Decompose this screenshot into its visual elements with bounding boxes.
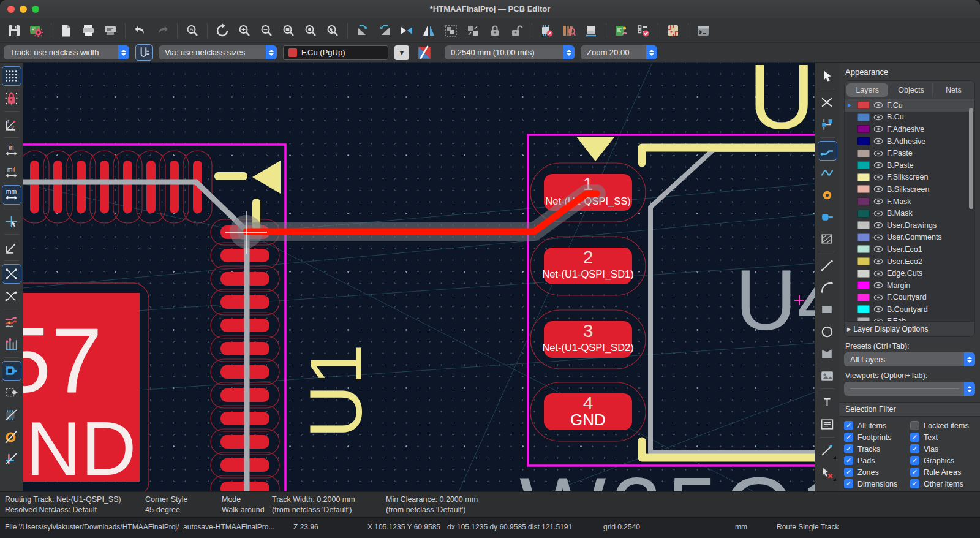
units-inches-button[interactable]: in bbox=[2, 141, 21, 161]
route-tracks-tool-button[interactable] bbox=[818, 141, 837, 161]
zoom-selection-button[interactable] bbox=[322, 21, 343, 40]
layer-row-f-courtyard[interactable]: F.Courtyard bbox=[845, 292, 974, 304]
ratsnest-visibility-button[interactable] bbox=[2, 238, 21, 257]
local-ratsnest-tool-button[interactable] bbox=[818, 115, 837, 134]
checkbox-checked[interactable]: ✓ bbox=[910, 468, 919, 477]
delete-tool-button[interactable] bbox=[818, 463, 837, 482]
footprint-outline-mode-button[interactable] bbox=[2, 405, 21, 425]
zoom-out-button[interactable] bbox=[256, 21, 277, 40]
ungroup-button[interactable] bbox=[462, 21, 483, 40]
checkbox-checked[interactable]: ✓ bbox=[844, 456, 853, 465]
layer-color-swatch[interactable] bbox=[858, 113, 870, 121]
layer-color-swatch[interactable] bbox=[858, 317, 870, 321]
add-image-tool-button[interactable] bbox=[818, 366, 837, 385]
undo-button[interactable] bbox=[130, 21, 151, 40]
checkbox-checked[interactable]: ✓ bbox=[910, 433, 919, 442]
group-button[interactable] bbox=[440, 21, 461, 40]
layer-pair-button[interactable] bbox=[415, 44, 434, 61]
u4-pads[interactable]: 1 2 3 4 Net-(U1-QSPI_SS) Net-(U1-QSPI_SD… bbox=[530, 163, 646, 441]
redo-button[interactable] bbox=[152, 21, 173, 40]
layer-color-swatch[interactable] bbox=[858, 185, 870, 193]
add-via-tool-button[interactable] bbox=[818, 185, 837, 205]
viewports-dropdown[interactable] bbox=[844, 382, 975, 396]
layer-color-swatch[interactable] bbox=[858, 233, 870, 241]
layer-color-swatch[interactable] bbox=[858, 161, 870, 169]
visibility-eye-icon[interactable] bbox=[873, 198, 883, 205]
net-color-mode-button[interactable] bbox=[2, 313, 21, 332]
minimize-window-button[interactable] bbox=[20, 6, 27, 13]
layer-color-swatch[interactable] bbox=[858, 197, 870, 205]
ratsnest-lines-button[interactable] bbox=[2, 264, 21, 284]
polar-coordinates-button[interactable]: rθ bbox=[2, 115, 21, 134]
filter-locked-items[interactable]: ✓Locked items bbox=[910, 420, 975, 431]
filter-all-items[interactable]: ✓All items bbox=[844, 420, 908, 431]
layer-row-b-silkscreen[interactable]: B.Silkscreen bbox=[845, 183, 974, 195]
layer-color-swatch[interactable] bbox=[858, 257, 870, 265]
layer-color-swatch[interactable] bbox=[858, 150, 870, 157]
filter-graphics[interactable]: ✓Graphics bbox=[910, 455, 975, 466]
plot-button[interactable] bbox=[100, 21, 121, 40]
u4-value-text[interactable]: W25Q12 bbox=[519, 458, 815, 491]
layer-row-edge-cuts[interactable]: Edge.Cuts bbox=[845, 267, 974, 279]
visibility-eye-icon[interactable] bbox=[873, 258, 883, 265]
lock-button[interactable] bbox=[484, 21, 505, 40]
layer-row-f-paste[interactable]: F.Paste bbox=[845, 147, 974, 159]
visibility-eye-icon[interactable] bbox=[873, 138, 883, 145]
library-browser-button[interactable] bbox=[559, 21, 579, 40]
add-pad-tool-button[interactable] bbox=[818, 207, 837, 227]
visibility-eye-icon[interactable] bbox=[873, 126, 883, 132]
checkbox-checked[interactable]: ✓ bbox=[844, 479, 853, 488]
layer-display-options[interactable]: ▶ Layer Display Options bbox=[845, 321, 974, 336]
checkbox-unchecked[interactable]: ✓ bbox=[910, 421, 919, 430]
checkbox-checked[interactable]: ✓ bbox=[844, 433, 853, 442]
visibility-eye-icon[interactable] bbox=[873, 150, 883, 157]
maximize-window-button[interactable] bbox=[32, 6, 39, 13]
tab-nets[interactable]: Nets bbox=[933, 83, 974, 97]
via-size-dropdown[interactable]: Via: use netclass sizes bbox=[159, 45, 277, 59]
refresh-view-button[interactable] bbox=[212, 21, 233, 40]
layer-row-b-mask[interactable]: B.Mask bbox=[845, 207, 974, 219]
visibility-eye-icon[interactable] bbox=[873, 234, 883, 241]
find-button[interactable]: A bbox=[182, 21, 203, 40]
visibility-eye-icon[interactable] bbox=[873, 294, 883, 301]
layer-row-b-courtyard[interactable]: B.Courtyard bbox=[845, 303, 974, 316]
checkbox-checked[interactable]: ✓ bbox=[844, 421, 853, 430]
layer-row-user-eco1[interactable]: User.Eco1 bbox=[845, 243, 974, 256]
rotate-ccw-button[interactable] bbox=[352, 21, 373, 40]
track-width-dropdown[interactable]: Track: use netclass width bbox=[4, 45, 129, 59]
zoom-objects-button[interactable] bbox=[300, 21, 321, 40]
u1-reference-text[interactable]: U1 bbox=[295, 344, 377, 438]
add-rectangle-tool-button[interactable] bbox=[818, 300, 837, 319]
zone-net-label[interactable]: ND bbox=[26, 406, 137, 491]
checkbox-checked[interactable]: ✓ bbox=[844, 468, 853, 477]
mirror-vertical-button[interactable] bbox=[418, 21, 439, 40]
filter-dimensions[interactable]: ✓Dimensions bbox=[844, 478, 908, 490]
select-tool-button[interactable] bbox=[818, 66, 837, 86]
pcb-canvas[interactable]: 57 ND bbox=[23, 63, 815, 491]
filter-footprints[interactable]: ✓Footprints bbox=[844, 431, 908, 443]
add-textbox-tool-button[interactable] bbox=[818, 414, 837, 434]
visibility-eye-icon[interactable] bbox=[873, 162, 883, 169]
pad-sketch-mode-button[interactable] bbox=[2, 361, 21, 381]
add-arc-tool-button[interactable] bbox=[818, 278, 837, 297]
filter-tracks[interactable]: ✓Tracks bbox=[844, 443, 908, 455]
presets-dropdown[interactable]: All Layers bbox=[844, 352, 975, 366]
highlight-net-tool-button[interactable] bbox=[818, 93, 837, 112]
layer-dropdown-button[interactable]: ▼ bbox=[394, 45, 409, 60]
filter-text[interactable]: ✓Text bbox=[910, 431, 975, 443]
visibility-eye-icon[interactable] bbox=[873, 114, 883, 121]
item-lock-shading-button[interactable] bbox=[2, 88, 21, 108]
checkbox-checked[interactable]: ✓ bbox=[910, 479, 919, 488]
layer-color-swatch[interactable] bbox=[858, 270, 870, 278]
page-settings-button[interactable] bbox=[56, 21, 77, 40]
checkbox-checked[interactable]: ✓ bbox=[910, 456, 919, 465]
add-polygon-tool-button[interactable] bbox=[818, 344, 837, 363]
curved-ratsnest-button[interactable] bbox=[2, 286, 21, 306]
layer-color-swatch[interactable] bbox=[858, 125, 870, 133]
visibility-eye-icon[interactable] bbox=[873, 102, 883, 108]
rotate-cw-button[interactable] bbox=[374, 21, 395, 40]
layer-row-margin[interactable]: Margin bbox=[845, 279, 974, 292]
via-display-mode-button[interactable] bbox=[2, 427, 21, 447]
visibility-eye-icon[interactable] bbox=[873, 246, 883, 252]
layer-color-swatch[interactable] bbox=[858, 305, 870, 313]
